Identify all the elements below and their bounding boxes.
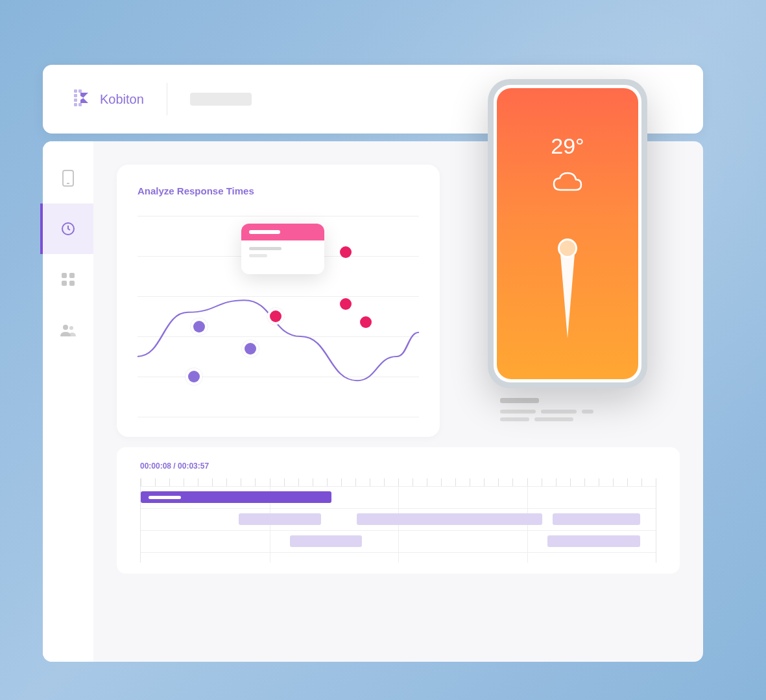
users-icon <box>60 323 76 336</box>
svg-rect-11 <box>62 281 67 286</box>
timeline-span[interactable] <box>239 513 321 525</box>
brand-name: Kobiton <box>100 92 144 107</box>
timeline-track[interactable] <box>140 478 656 563</box>
chart-title: Analyze Response Times <box>138 185 419 196</box>
svg-rect-4 <box>78 103 82 106</box>
svg-rect-3 <box>74 99 77 102</box>
device-preview: 29° <box>488 79 647 388</box>
phone-icon <box>62 169 75 187</box>
header-search-placeholder[interactable] <box>190 93 252 106</box>
chart-plot-area[interactable] <box>138 216 419 417</box>
chart-data-point[interactable] <box>340 298 352 310</box>
logo-icon <box>74 89 93 109</box>
chart-data-point[interactable] <box>270 310 281 322</box>
cloud-icon <box>550 170 585 198</box>
response-time-chart-card: Analyze Response Times <box>117 165 440 437</box>
header-divider <box>167 83 167 115</box>
clock-icon <box>60 221 76 237</box>
chart-tooltip <box>241 224 324 274</box>
svg-rect-5 <box>74 103 77 106</box>
sidebar-item-device[interactable] <box>43 153 93 204</box>
svg-point-13 <box>63 325 68 330</box>
chart-data-point[interactable] <box>340 246 352 258</box>
session-timeline-card: 00:00:08 / 00:03:57 <box>117 447 680 574</box>
chart-data-point[interactable] <box>245 343 256 355</box>
touch-pointer-icon <box>558 239 577 338</box>
brand-logo[interactable]: Kobiton <box>74 89 144 109</box>
sidebar-item-users[interactable] <box>43 305 93 355</box>
svg-point-14 <box>69 326 73 330</box>
phone-screen[interactable]: 29° <box>497 88 638 379</box>
svg-rect-0 <box>74 89 77 93</box>
chart-data-point[interactable] <box>188 371 200 382</box>
svg-rect-9 <box>62 273 67 278</box>
svg-rect-10 <box>69 273 75 278</box>
timeline-timestamp: 00:00:08 / 00:03:57 <box>140 461 656 471</box>
phone-frame: 29° <box>488 79 647 388</box>
chart-data-point[interactable] <box>360 316 372 328</box>
grid-icon <box>62 273 75 286</box>
sidebar-item-time[interactable] <box>43 204 93 254</box>
chart-data-point[interactable] <box>193 321 205 332</box>
device-preview-meta <box>500 398 643 425</box>
timeline-span[interactable] <box>553 513 640 525</box>
svg-rect-2 <box>74 94 77 97</box>
svg-rect-1 <box>78 89 82 93</box>
timeline-active-span[interactable] <box>141 491 331 503</box>
sidebar-nav <box>43 141 93 662</box>
timeline-span[interactable] <box>547 535 640 547</box>
timeline-span[interactable] <box>357 513 542 525</box>
sidebar-item-grid[interactable] <box>43 254 93 305</box>
weather-temperature: 29° <box>551 134 584 159</box>
timeline-span[interactable] <box>290 535 362 547</box>
svg-rect-12 <box>69 281 75 286</box>
